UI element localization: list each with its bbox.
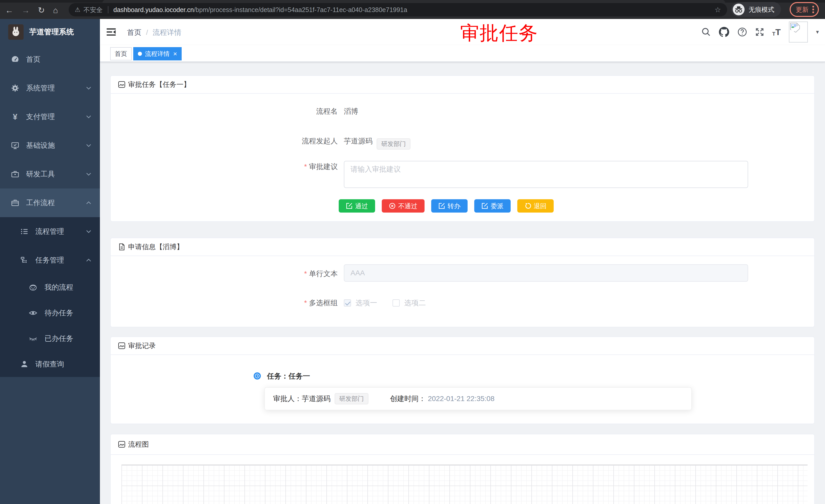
breadcrumb-current: 流程详情	[153, 28, 181, 37]
card-title: 审批记录	[128, 341, 156, 350]
hamburger-icon[interactable]	[106, 28, 116, 36]
sidebar-item-todo-tasks[interactable]: 待办任务	[0, 300, 100, 326]
browser-update-button[interactable]: 更新	[790, 2, 819, 17]
picture-icon	[118, 342, 126, 350]
sidebar-item-task-mgmt[interactable]: 任务管理	[0, 246, 100, 274]
delegate-button[interactable]: 委派	[474, 199, 511, 213]
card-title: 审批任务【任务一】	[128, 80, 191, 89]
approve-button[interactable]: 通过	[339, 199, 375, 213]
main-content: 审批任务【任务一】 流程名 滔博 流程发起人 芋道源码研发部门 *审批建议 通过…	[100, 62, 825, 504]
sidebar-item-label: 系统管理	[26, 83, 55, 93]
sidebar-item-label: 支付管理	[26, 112, 55, 121]
avatar[interactable]	[789, 21, 808, 43]
initiator-label: 流程发起人	[256, 136, 338, 146]
checkbox-label: 选项一	[356, 298, 377, 308]
card-title: 申请信息【滔博】	[128, 242, 183, 251]
picture-icon	[118, 81, 126, 88]
sidebar-item-leave-query[interactable]: 请假查询	[0, 351, 100, 377]
tag-home[interactable]: 首页	[110, 47, 132, 61]
approval-actions: 通过 不通过 转办 委派 退回	[339, 199, 554, 213]
return-button[interactable]: 退回	[517, 199, 554, 213]
single-line-input	[344, 264, 748, 282]
breadcrumb-home[interactable]: 首页	[127, 28, 141, 37]
checkbox-group: 选项一 选项二	[344, 298, 426, 308]
approval-record-card: 审批记录 任务：任务一 审批人： 芋道源码 研发部门 创建时间： 2022-01…	[110, 337, 815, 424]
sidebar-item-dev-tools[interactable]: 研发工具	[0, 160, 100, 188]
comment-textarea[interactable]	[344, 161, 748, 188]
font-size-icon[interactable]: TT	[772, 28, 781, 36]
browser-active-tab[interactable]	[102, 0, 725, 3]
breadcrumb: 首页 / 流程详情	[127, 28, 181, 37]
fullscreen-icon[interactable]	[755, 28, 764, 36]
update-label: 更新	[796, 5, 809, 14]
approver-name: 芋道源码	[302, 394, 330, 404]
sidebar-item-process-mgmt[interactable]: 流程管理	[0, 217, 100, 246]
initiator-value: 芋道源码研发部门	[344, 136, 410, 150]
sidebar: 芋道管理系统 首页 系统管理 ¥ 支付管理 基础设施	[0, 19, 100, 504]
transfer-button[interactable]: 转办	[431, 199, 468, 213]
sidebar-item-done-tasks[interactable]: 已办任务	[0, 326, 100, 351]
back-icon[interactable]: ←	[5, 6, 13, 14]
comment-label: *审批建议	[256, 162, 338, 172]
close-icon[interactable]: ×	[173, 51, 177, 57]
browser-toolbar: ← → ↻ ⌂ ⚠ 不安全 dashboard.yudao.iocoder.cn…	[0, 0, 825, 19]
person-icon	[20, 360, 29, 368]
url-host: dashboard.yudao.iocoder.cn	[114, 6, 194, 14]
workflow-submenu: 流程管理 任务管理 我的流程 待办任务	[0, 217, 100, 377]
chevron-down-icon	[86, 144, 91, 147]
checkbox-option-1: 选项一	[344, 298, 377, 308]
url-separator	[108, 6, 108, 13]
sidebar-item-home[interactable]: 首页	[0, 45, 100, 74]
create-time-value: 2022-01-21 22:35:08	[428, 395, 495, 403]
sidebar-item-workflow[interactable]: 工作流程	[0, 188, 100, 217]
sidebar-item-label: 任务管理	[35, 255, 64, 265]
search-icon[interactable]	[701, 27, 711, 36]
home-icon[interactable]: ⌂	[53, 6, 58, 14]
timeline-clock-icon	[254, 372, 261, 380]
timeline-task-title: 任务：任务一	[267, 371, 310, 381]
browser-menu-dots-icon[interactable]	[812, 5, 814, 14]
bookmark-star-icon[interactable]: ☆	[715, 6, 721, 14]
tag-label: 首页	[115, 50, 127, 58]
not-secure-label[interactable]: 不安全	[83, 6, 103, 14]
checkbox-group-label: *多选框组	[256, 298, 338, 308]
create-time-label: 创建时间：	[390, 394, 426, 404]
app-logo	[8, 24, 23, 40]
bpmn-canvas[interactable]	[122, 465, 808, 504]
document-icon	[118, 243, 126, 251]
checkbox-group-label-text: 多选框组	[309, 299, 338, 307]
help-icon[interactable]	[737, 27, 747, 37]
approval-record-item: 审批人： 芋道源码 研发部门 创建时间： 2022-01-21 22:35:08	[265, 387, 692, 410]
incognito-icon	[733, 4, 745, 15]
process-diagram-card-header: 流程图	[111, 434, 814, 455]
font-size-small-letter: T	[772, 31, 775, 36]
github-icon[interactable]	[719, 27, 729, 37]
approval-task-card-header: 审批任务【任务一】	[111, 76, 814, 94]
undo-icon	[524, 202, 531, 209]
button-label: 通过	[355, 202, 368, 210]
button-label: 委派	[491, 202, 504, 210]
top-navbar: 首页 / 流程详情 审批任务 TT	[100, 19, 825, 45]
circle-close-icon	[389, 202, 395, 209]
avatar-caret-icon[interactable]: ▾	[816, 29, 819, 35]
address-bar[interactable]: ⚠ 不安全 dashboard.yudao.iocoder.cn/bpm/pro…	[69, 3, 727, 16]
chevron-down-icon	[86, 230, 91, 233]
sidebar-item-label: 基础设施	[26, 141, 55, 150]
sidebar-item-my-process[interactable]: 我的流程	[0, 274, 100, 300]
chevron-up-icon	[86, 201, 91, 204]
url-path: /bpm/process-instance/detail?id=54aa251f…	[194, 6, 407, 14]
required-asterisk: *	[304, 270, 307, 278]
sidebar-item-system[interactable]: 系统管理	[0, 74, 100, 102]
reject-button[interactable]: 不通过	[382, 199, 425, 213]
incognito-label: 无痕模式	[749, 5, 774, 14]
app-logo-row[interactable]: 芋道管理系统	[0, 19, 100, 45]
button-label: 退回	[534, 202, 546, 210]
forward-icon[interactable]: →	[21, 6, 30, 14]
sidebar-item-infrastructure[interactable]: 基础设施	[0, 131, 100, 160]
reload-icon[interactable]: ↻	[38, 6, 45, 14]
sidebar-item-payment[interactable]: ¥ 支付管理	[0, 102, 100, 131]
tag-process-detail[interactable]: 流程详情 ×	[133, 47, 182, 61]
gear-icon	[11, 84, 19, 92]
chevron-down-icon	[86, 173, 91, 176]
tree-icon	[20, 256, 29, 264]
